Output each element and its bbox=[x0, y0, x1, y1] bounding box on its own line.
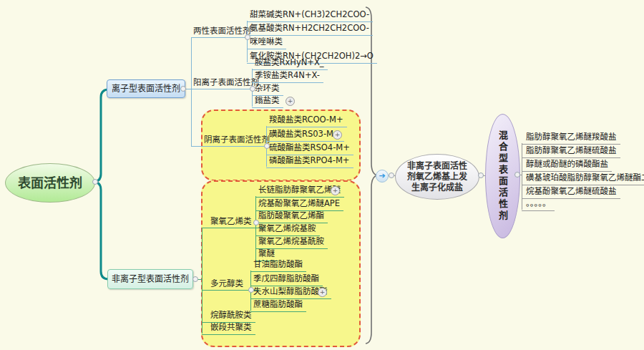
root-topic-label: 表面活性剂 bbox=[18, 175, 82, 190]
topic-alkylamine[interactable]: 聚氧乙烯烷基胺 bbox=[255, 223, 320, 236]
expand-icon[interactable]: + bbox=[286, 97, 295, 106]
topic-amino-acid[interactable]: 氨基酸类RN+H2CH2CH2COO- bbox=[247, 22, 373, 36]
expand-icon[interactable]: + bbox=[333, 130, 342, 140]
topic-glycerol-ester[interactable]: 甘油脂肪酸酯 bbox=[250, 258, 306, 272]
group-cationic[interactable]: 阳离子表面活性剂 bbox=[191, 77, 254, 89]
topic-phosphate-ester[interactable]: 磷酸酯盐类RPO4-M+ bbox=[266, 155, 353, 168]
mindmap-canvas: 表面活性剂 离子型表面活性剂 两性表面活性剂 甜菜碱类RN+(CH3)2CH2C… bbox=[0, 0, 644, 350]
topic-sucrose-ester[interactable]: 蔗糖脂肪酸酯 bbox=[250, 298, 306, 312]
junction-dot bbox=[514, 172, 520, 178]
junction-dot bbox=[478, 172, 484, 178]
topic-betaine[interactable]: 甜菜碱类RN+(CH3)2CH2COO- bbox=[247, 9, 373, 22]
group-anionic-label: 阴离子表面活性剂 bbox=[204, 135, 270, 145]
junction-dot bbox=[253, 220, 259, 225]
topic-amine-salt[interactable]: 胺盐类RxHyN+X_ bbox=[252, 57, 328, 70]
topic-onium-salt[interactable]: 鎓盐类 bbox=[252, 94, 283, 108]
topic-aec[interactable]: 脂肪醇聚氧乙烯醚羧酸盐 bbox=[522, 131, 620, 145]
branch-ionic-label: 离子型表面活性剂 bbox=[112, 84, 180, 94]
junction-dot bbox=[245, 34, 250, 40]
group-cationic-label: 阳离子表面活性剂 bbox=[193, 77, 259, 87]
junction-dot bbox=[192, 276, 198, 282]
root-topic[interactable]: 表面活性剂 bbox=[5, 163, 95, 203]
group-polyoxyethylene-label: 聚氧乙烯类 bbox=[210, 216, 252, 226]
topic-imidazoline[interactable]: 咪唑啉类 bbox=[247, 36, 286, 49]
expand-icon[interactable]: + bbox=[318, 288, 327, 297]
junction-dot bbox=[248, 287, 254, 293]
topic-quaternary-ammonium[interactable]: 季铵盐类R4N+X- bbox=[252, 69, 323, 83]
summary-topic-label: 非离子表面活性剂氧乙烯基上发生离子化成盐 bbox=[405, 161, 469, 193]
junction-dot bbox=[264, 143, 270, 149]
topic-sulfosuccinate[interactable]: 磺基琥珀酸脂肪醇聚氧乙烯醚酯二钠 bbox=[522, 172, 644, 185]
branch-nonionic-label: 非离子型表面活性剂 bbox=[112, 274, 189, 284]
topic-ether-phosphate[interactable]: 醇醚或酚醚的磷酸酯盐 bbox=[522, 158, 612, 172]
topic-carboxylate[interactable]: 羧酸盐类RCOO-M+ bbox=[266, 114, 347, 127]
junction-dot bbox=[389, 172, 394, 178]
connector bbox=[191, 37, 192, 146]
branch-mixed-label: 混合型表面活性剂 bbox=[496, 122, 509, 230]
junction-dot bbox=[250, 86, 255, 92]
topic-pentaerythritol-ester[interactable]: 季戊四醇脂肪酸酯 bbox=[250, 273, 323, 286]
group-amphoteric[interactable]: 两性表面活性剂 bbox=[191, 25, 249, 38]
junction-dot bbox=[180, 86, 186, 92]
branch-line-nonionic bbox=[93, 182, 110, 279]
topic-block-copolymer[interactable]: 嵌段共聚类 bbox=[202, 321, 255, 335]
branch-ionic[interactable]: 离子型表面活性剂 bbox=[107, 79, 185, 98]
relationship-arrow-icon: ➔ bbox=[376, 170, 389, 183]
topic-aes[interactable]: 脂肪醇聚氧乙烯醚硫酸盐 bbox=[522, 145, 620, 158]
junction-dot bbox=[92, 179, 98, 185]
group-amphoteric-label: 两性表面活性剂 bbox=[193, 26, 251, 36]
branch-line-ionic bbox=[93, 89, 110, 182]
topic-fatty-acid-ester[interactable]: 脂肪酸聚氧乙烯酯 bbox=[255, 210, 328, 223]
group-polyol-label: 多元醇类 bbox=[210, 278, 243, 288]
branch-nonionic[interactable]: 非离子型表面活性剂 bbox=[107, 269, 193, 289]
topic-sulfate-ester[interactable]: 硫酸酯盐类RSO4-M+ bbox=[266, 142, 353, 155]
summary-topic[interactable]: 非离子表面活性剂氧乙烯基上发生离子化成盐 bbox=[395, 154, 479, 200]
expand-icon[interactable]: + bbox=[331, 186, 340, 195]
topic-more-ellipsis[interactable]: 。。。。。 bbox=[522, 198, 555, 211]
